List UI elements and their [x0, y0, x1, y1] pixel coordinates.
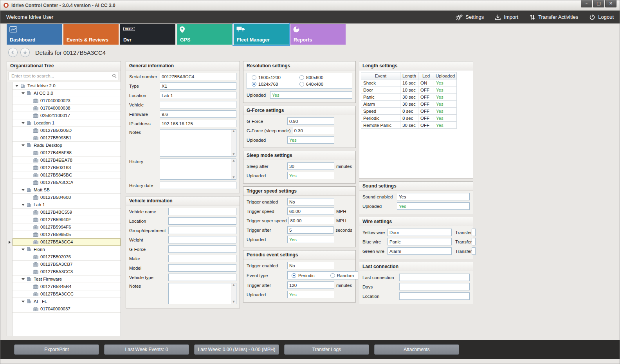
location-input[interactable] — [160, 92, 236, 99]
transfer-logs-button[interactable]: Transfer Logs — [284, 344, 369, 355]
g-force-input[interactable] — [287, 117, 334, 125]
sound-enabled-input[interactable] — [397, 193, 470, 200]
tree-node-lab-1[interactable]: Lab 1 — [7, 201, 121, 209]
tab-fleet-manager[interactable]: Fleet Manager — [234, 24, 289, 45]
notes-textarea[interactable]: ▲▼ — [160, 129, 236, 157]
green-wire-transfer-input[interactable] — [472, 247, 476, 255]
tab-dashboard[interactable]: Dashboard — [7, 24, 62, 45]
tree-node-00127b5a3cb7[interactable]: 00127B5A3CB7 — [7, 261, 121, 268]
tree-node-ai-fl[interactable]: AI - FL — [7, 298, 121, 305]
tree-node-00127b503163[interactable]: 00127B503163 — [7, 164, 121, 171]
table-row[interactable]: Panic30 secOFFYes — [361, 94, 457, 101]
import-button[interactable]: Import — [495, 14, 518, 20]
expand-arrow-icon[interactable] — [22, 301, 25, 303]
history-textarea[interactable]: ▲▼ — [160, 159, 236, 180]
tree-node-00127b5845b4[interactable]: 00127B5845B4 — [7, 283, 121, 290]
tree-node-00127b5a3cc3[interactable]: 00127B5A3CC3 — [7, 268, 121, 276]
tree-node-00127b4b5f88[interactable]: 00127B4B5F88 — [7, 149, 121, 157]
vehicle-type-input[interactable] — [168, 274, 236, 281]
expand-arrow-icon[interactable] — [22, 249, 25, 250]
tree-node-test-idrive-2-0[interactable]: Test Idrive 2.0 — [7, 82, 121, 90]
history-date-input[interactable] — [160, 182, 236, 189]
trigger-speed-input[interactable] — [287, 207, 334, 215]
uploaded-input[interactable] — [397, 202, 470, 210]
green-wire-input[interactable] — [388, 247, 452, 255]
trigger-enabled-input[interactable] — [287, 262, 334, 269]
tree-node-00127b599505[interactable]: 00127B599505 — [7, 231, 121, 238]
radio-640x480[interactable]: 640x480 — [299, 82, 347, 86]
tree-node-00127b5845bc[interactable]: 00127B5845BC — [7, 171, 121, 179]
tree-node-00127b4eea78[interactable]: 00127B4EEA78 — [7, 157, 121, 164]
trigger-enabled-input[interactable] — [287, 198, 334, 205]
maximize-button[interactable]: □ — [593, 0, 604, 7]
yellow-wire-input[interactable] — [388, 229, 452, 236]
expand-arrow-icon[interactable] — [22, 92, 25, 94]
tree-node-00127b5a3cc4[interactable]: 00127B5A3CC4 — [7, 238, 121, 246]
last-week-events-0-button[interactable]: Last Week Events: 0 — [104, 344, 189, 355]
trigger-after-input[interactable] — [287, 281, 334, 289]
tree-node-test-firmware[interactable]: Test Firmware — [7, 276, 121, 283]
g-force-input[interactable] — [168, 245, 236, 253]
tree-node-00127b50205d[interactable]: 00127B50205D — [7, 127, 121, 134]
blue-wire-transfer-input[interactable] — [472, 238, 476, 245]
g-force-sleep-mode-input[interactable] — [292, 127, 334, 134]
table-row[interactable]: Speed8 secOFFYes — [361, 108, 457, 115]
scrollbar[interactable]: ▲▼ — [231, 283, 236, 304]
uploaded-input[interactable] — [287, 236, 334, 243]
tree-node-radu-desktop[interactable]: Radu Desktop — [7, 142, 121, 149]
last-connection-input[interactable] — [399, 274, 470, 281]
table-row[interactable]: Shock16 secONYes — [361, 79, 457, 86]
location-input[interactable] — [168, 217, 236, 225]
expand-details-button[interactable] — [20, 48, 30, 57]
expand-arrow-icon[interactable] — [22, 204, 25, 206]
vehicle-name-input[interactable] — [168, 208, 236, 215]
table-row[interactable]: Alarm30 secOFFYes — [361, 101, 457, 108]
tree-node-00127b502076[interactable]: 00127B502076 — [7, 253, 121, 261]
scrollbar[interactable]: ▲▼ — [231, 159, 236, 179]
tree-node-00127b584608[interactable]: 00127B584608 — [7, 194, 121, 201]
uploaded-input[interactable] — [287, 172, 334, 179]
radio-random[interactable]: Random — [330, 273, 354, 278]
group-department-input[interactable] — [168, 227, 236, 234]
trigger-super-speed-input[interactable] — [288, 217, 335, 224]
settings-button[interactable]: Settings — [456, 14, 484, 20]
trigger-after-input[interactable] — [287, 226, 333, 234]
tree-node-florin[interactable]: Florin — [7, 246, 121, 253]
back-button[interactable] — [8, 48, 18, 57]
vehicle-input[interactable] — [160, 101, 236, 108]
tree-node-017040000037[interactable]: 017040000037 — [7, 305, 121, 313]
tree-node-ai-cc-3-0[interactable]: AI CC 3.0 — [7, 90, 121, 97]
days-input[interactable] — [399, 283, 470, 290]
tree-node-matt-sb[interactable]: Matt SB — [7, 186, 121, 194]
model-input[interactable] — [168, 264, 236, 272]
table-row[interactable]: Remote Panic30 secOFFYes — [361, 122, 457, 129]
close-button[interactable]: × — [605, 0, 616, 7]
tree-node-00127b5a3cca[interactable]: 00127B5A3CCA — [7, 179, 121, 186]
scrollbar[interactable]: ▲▼ — [231, 130, 236, 156]
expand-arrow-icon[interactable] — [15, 85, 18, 87]
tab-events-reviews[interactable]: Events & Reviews — [63, 24, 119, 45]
tree-node-00127b5994f6[interactable]: 00127B5994F6 — [7, 223, 121, 231]
tree-node-00127b5a3ccc[interactable]: 00127B5A3CCC — [7, 290, 121, 298]
export-print-button[interactable]: Export/Print — [14, 344, 99, 355]
expand-arrow-icon[interactable] — [22, 189, 25, 191]
tab-reports[interactable]: Reports — [290, 24, 346, 45]
weight-input[interactable] — [168, 236, 236, 243]
tree-node-00127b5993b1[interactable]: 00127B5993B1 — [7, 134, 121, 142]
uploaded-input[interactable] — [270, 91, 352, 99]
table-row[interactable]: Door10 secOFFYes — [361, 86, 457, 94]
tab-dvr[interactable]: MEDIADvr — [120, 24, 175, 45]
expand-arrow-icon[interactable] — [22, 278, 25, 280]
type-input[interactable] — [160, 82, 236, 90]
location-input[interactable] — [399, 292, 470, 300]
radio-800x600[interactable]: 800x600 — [299, 75, 347, 80]
tree-node-017040000023[interactable]: 017040000023 — [7, 97, 121, 105]
notes-textarea[interactable]: ▲▼ — [168, 283, 236, 304]
uploaded-input[interactable] — [287, 291, 334, 298]
table-row[interactable]: Periodic8 secOFFYes — [361, 115, 457, 122]
ip-address-input[interactable] — [160, 120, 236, 127]
expand-arrow-icon[interactable] — [22, 144, 25, 146]
firmware-input[interactable] — [160, 110, 236, 118]
radio-1024x768[interactable]: 1024x768 — [252, 82, 299, 86]
tab-gps[interactable]: GPS — [177, 24, 232, 45]
